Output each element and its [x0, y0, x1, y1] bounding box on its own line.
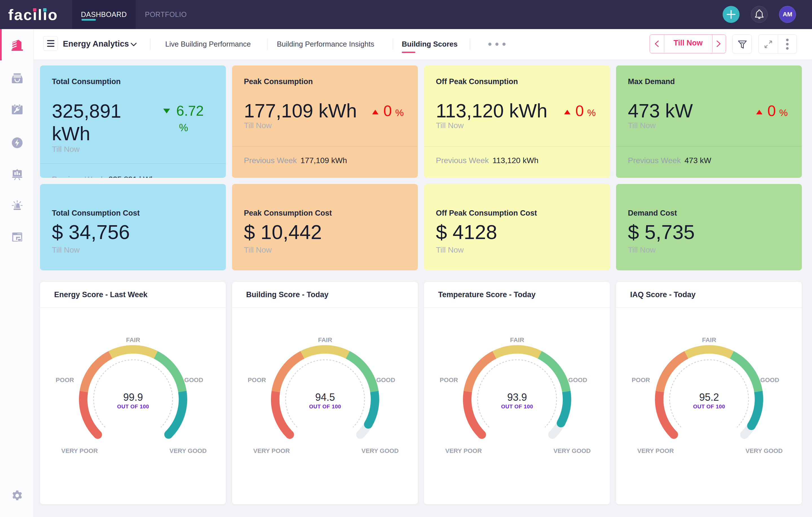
svg-text:93.9: 93.9	[507, 391, 527, 403]
svg-text:FAIR: FAIR	[702, 336, 716, 344]
svg-text:OUT OF 100: OUT OF 100	[309, 404, 341, 409]
svg-text:POOR: POOR	[440, 377, 458, 383]
svg-text:OUT OF 100: OUT OF 100	[501, 404, 533, 409]
svg-text:POOR: POOR	[56, 377, 74, 383]
svg-text:VERY POOR: VERY POOR	[637, 447, 674, 454]
svg-text:VERY GOOD: VERY GOOD	[170, 447, 207, 454]
svg-text:GOOD: GOOD	[760, 377, 779, 383]
svg-text:VERY GOOD: VERY GOOD	[553, 447, 591, 454]
svg-text:POOR: POOR	[248, 377, 266, 383]
svg-text:FAIR: FAIR	[126, 336, 140, 344]
svg-text:GOOD: GOOD	[184, 377, 203, 383]
svg-text:GOOD: GOOD	[568, 377, 587, 383]
svg-text:VERY GOOD: VERY GOOD	[746, 447, 783, 454]
svg-text:FAIR: FAIR	[318, 336, 332, 344]
svg-text:VERY POOR: VERY POOR	[253, 447, 290, 454]
svg-text:POOR: POOR	[632, 377, 650, 383]
svg-text:VERY GOOD: VERY GOOD	[361, 447, 399, 454]
svg-text:95.2: 95.2	[699, 391, 719, 403]
svg-text:GOOD: GOOD	[376, 377, 395, 383]
svg-text:OUT OF 100: OUT OF 100	[117, 404, 149, 409]
svg-text:VERY POOR: VERY POOR	[61, 447, 98, 454]
svg-text:99.9: 99.9	[123, 391, 143, 403]
svg-text:OUT OF 100: OUT OF 100	[693, 404, 725, 409]
svg-text:FAIR: FAIR	[510, 336, 524, 344]
svg-text:94.5: 94.5	[315, 391, 335, 403]
svg-text:VERY POOR: VERY POOR	[445, 447, 482, 454]
